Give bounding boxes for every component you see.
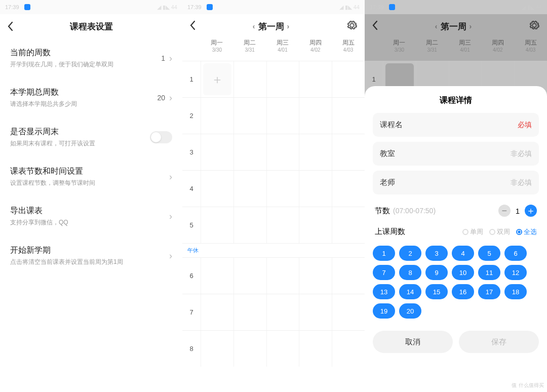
timetable-cell[interactable] [299, 207, 332, 243]
timetable-cell[interactable] [201, 98, 233, 134]
timetable-cell[interactable] [201, 207, 233, 243]
timetable-cell[interactable] [266, 331, 299, 367]
week-chip[interactable]: 15 [425, 284, 448, 299]
setting-title: 导出课表 [10, 206, 169, 216]
timetable-cell[interactable] [332, 207, 365, 243]
week-chip[interactable]: 19 [373, 303, 395, 319]
setting-title: 本学期总周数 [10, 87, 157, 98]
timetable-cell[interactable] [266, 98, 299, 134]
timetable-cell[interactable] [201, 171, 233, 207]
period-number: 2 [182, 98, 201, 134]
week-chip[interactable]: 20 [399, 303, 421, 319]
timetable-cell[interactable] [233, 258, 266, 294]
minus-icon[interactable]: − [498, 205, 511, 217]
timetable-cell[interactable] [233, 331, 266, 367]
week-chip[interactable]: 13 [373, 284, 395, 299]
timetable-cell[interactable] [332, 134, 365, 170]
gear-icon [529, 20, 540, 33]
cancel-button[interactable]: 取消 [373, 331, 453, 353]
watermark: 值 什么值得买 [512, 382, 544, 389]
timetable-cell[interactable] [332, 258, 365, 294]
timetable-cell[interactable] [266, 294, 299, 330]
week-chip[interactable]: 9 [425, 265, 448, 280]
setting-item[interactable]: 当前的周数开学到现在几周，便于我们确定单双周1› [0, 38, 182, 78]
timetable-cell[interactable] [299, 134, 332, 170]
week-chip[interactable]: 16 [452, 284, 474, 299]
classroom-field[interactable]: 教室 非必填 [373, 142, 539, 166]
week-filter-radio[interactable]: 全选 [516, 227, 537, 237]
week-chip[interactable]: 11 [478, 265, 500, 280]
week-chip[interactable]: 10 [452, 265, 474, 280]
page-title: 课程表设置 [70, 21, 113, 32]
week-chip[interactable]: 14 [399, 284, 421, 299]
gear-icon[interactable] [346, 20, 358, 33]
settings-screen: 17:39 ◢ ▮◣ 44 课程表设置 当前的周数开学到现在几周，便于我们确定单… [0, 0, 182, 392]
status-bar: 17:39 ◢ ▮◣ 44 [182, 0, 365, 14]
timetable-cell[interactable] [201, 294, 233, 330]
timetable-cell[interactable] [299, 294, 332, 330]
setting-item[interactable]: 导出课表支持分享到微信，QQ› [0, 197, 182, 236]
plus-icon[interactable]: ＋ [525, 205, 537, 217]
back-icon[interactable] [7, 21, 13, 33]
week-chip[interactable]: 18 [504, 284, 527, 299]
timetable-cell[interactable] [299, 61, 332, 97]
period-row: 6 [182, 257, 365, 294]
course-name-field[interactable]: 课程名 必填 [373, 113, 539, 137]
setting-subtitle: 开学到现在几周，便于我们确定单双周 [10, 60, 161, 69]
radio-icon [489, 229, 495, 235]
timetable-cell[interactable] [233, 98, 266, 134]
timetable-cell[interactable] [299, 331, 332, 367]
week-chip[interactable]: 4 [452, 246, 474, 261]
timetable-cell[interactable] [332, 61, 365, 97]
week-chip[interactable]: 7 [373, 265, 395, 280]
week-chip[interactable]: 17 [478, 284, 500, 299]
add-course-icon[interactable]: ＋ [203, 63, 231, 95]
save-button[interactable]: 保存 [459, 331, 539, 353]
timetable-cell[interactable] [233, 171, 266, 207]
setting-item[interactable]: 本学期总周数请选择本学期总共多少周20› [0, 78, 182, 117]
timetable-cell[interactable] [332, 331, 365, 367]
setting-item[interactable]: 开始新学期点击将清空当前课表并设置当前周为第1周› [0, 236, 182, 276]
week-selector[interactable]: ‹ 第一周 › [253, 21, 289, 32]
setting-subtitle: 点击将清空当前课表并设置当前周为第1周 [10, 258, 169, 266]
week-chip[interactable]: 3 [425, 246, 448, 261]
timetable-cell[interactable] [201, 134, 233, 170]
timetable-cell[interactable] [266, 258, 299, 294]
timetable-cell[interactable] [233, 207, 266, 243]
setting-item[interactable]: 是否显示周末如果周末有课程，可打开该设置 [0, 117, 182, 157]
day-header: 周四4/02 [481, 38, 514, 61]
radio-icon [462, 229, 468, 235]
timetable-cell[interactable] [266, 134, 299, 170]
timetable-cell[interactable] [299, 98, 332, 134]
back-icon[interactable] [189, 20, 196, 32]
timetable-cell[interactable] [299, 171, 332, 207]
timetable-cell[interactable]: ＋ [201, 61, 233, 97]
period-row: 5 [182, 207, 365, 243]
week-chip[interactable]: 6 [504, 246, 527, 261]
setting-item[interactable]: 课表节数和时间设置设置课程节数，调整每节课时间› [0, 157, 182, 197]
day-header: 周五4/03 [514, 38, 547, 61]
timetable-cell[interactable] [233, 61, 266, 97]
week-chip[interactable]: 12 [504, 265, 527, 280]
week-chip[interactable]: 1 [373, 246, 395, 261]
timetable-cell[interactable] [332, 98, 365, 134]
week-chip[interactable]: 5 [478, 246, 500, 261]
week-chip[interactable]: 8 [399, 265, 421, 280]
week-filter-radio[interactable]: 双周 [489, 227, 510, 237]
toggle-switch[interactable] [150, 131, 172, 143]
timetable-cell[interactable] [266, 207, 299, 243]
week-filter-radio[interactable]: 单周 [462, 227, 483, 237]
timetable-cell[interactable] [233, 294, 266, 330]
timetable-cell[interactable] [233, 134, 266, 170]
timetable-cell[interactable] [332, 294, 365, 330]
period-number: 4 [182, 171, 201, 207]
timetable-cell[interactable] [266, 171, 299, 207]
timetable-cell[interactable] [332, 171, 365, 207]
timetable-cell[interactable] [201, 258, 233, 294]
timetable-cell[interactable] [266, 61, 299, 97]
timetable-cell[interactable] [201, 331, 233, 367]
day-header: 周四4/02 [299, 38, 332, 61]
teacher-field[interactable]: 老师 非必填 [373, 171, 539, 194]
timetable-cell[interactable] [299, 258, 332, 294]
week-chip[interactable]: 2 [399, 246, 421, 261]
